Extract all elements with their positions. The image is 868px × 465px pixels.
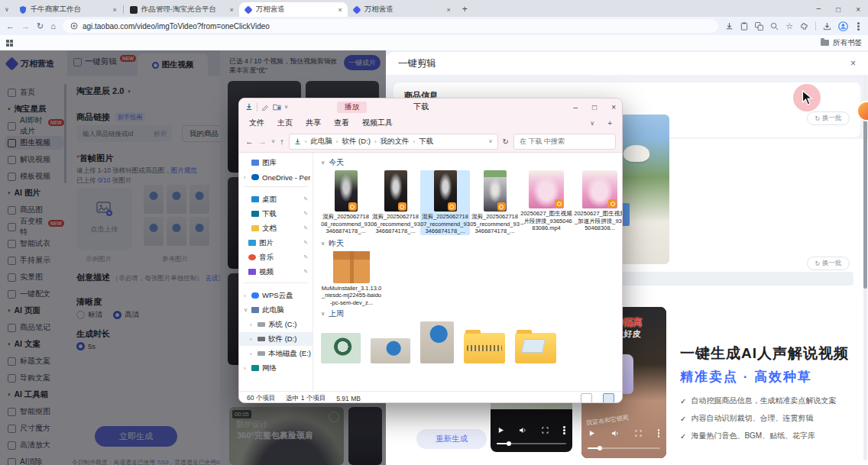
tab-close-icon[interactable]: ×	[113, 6, 117, 14]
regenerate-button[interactable]: 重新生成	[416, 429, 487, 449]
forward-icon[interactable]: →	[21, 21, 30, 31]
nav-drive-e[interactable]: ›本地磁盘 (E:)	[239, 347, 313, 360]
file-today-4[interactable]: 混剪_202506271805_recommend_933466874178_.…	[470, 170, 520, 235]
nav-onedrive[interactable]: ›OneDrive - Per	[239, 170, 313, 184]
profile-avatar[interactable]	[838, 21, 848, 31]
nav-pictures[interactable]: 图片✎	[239, 236, 313, 250]
file-image-hat[interactable]	[371, 338, 410, 363]
file-image-green[interactable]	[321, 333, 361, 363]
crumb-downloads[interactable]: 下载	[419, 137, 433, 147]
menu-video-tools[interactable]: 视频工具	[362, 118, 393, 128]
play-contextual-tab[interactable]: 播放	[337, 102, 367, 113]
ribbon-collapse-icon[interactable]: ∨	[590, 120, 594, 127]
play-icon[interactable]	[588, 430, 595, 437]
home-icon[interactable]: ⌂	[50, 21, 56, 31]
fullscreen-icon[interactable]	[635, 430, 642, 437]
progress-bar[interactable]	[497, 443, 566, 444]
collapse-chevron-icon[interactable]: ∨	[321, 241, 325, 247]
file-today-3-selected[interactable]: 混剪_202506271807_recommend_933466874178_.…	[420, 170, 470, 235]
address-dropdown-icon[interactable]: ∨	[488, 138, 492, 144]
menu-home[interactable]: 主页	[277, 118, 293, 128]
nav-desktop[interactable]: 桌面✎	[239, 192, 313, 206]
file-explorer-window[interactable]: ∨ 播放 下载 – □ × 文件 主页 共享 查看 视频工具 ∨ + ← → ∨…	[238, 98, 623, 403]
explorer-titlebar[interactable]: ∨ 播放 下载 – □ ×	[239, 98, 622, 115]
window-minimize-button[interactable]: –	[817, 4, 821, 12]
window-maximize-button[interactable]: □	[836, 5, 840, 14]
url-bar[interactable]: agi.taobao.com/video/imgToVideo?from=one…	[63, 19, 718, 33]
file-folder[interactable]	[515, 333, 556, 363]
back-icon[interactable]: ←	[6, 21, 15, 31]
explorer-close-button[interactable]: ×	[611, 103, 616, 111]
volume-icon[interactable]	[519, 427, 527, 434]
nav-drive-c[interactable]: ›系统 (C:)	[239, 318, 313, 331]
apps-grid-icon[interactable]	[6, 40, 13, 47]
crumb-drive-d[interactable]: 软件 (D:)	[342, 137, 370, 147]
menu-view[interactable]: 查看	[334, 118, 349, 128]
file-today-6[interactable]: 20250627_图生视频_加速片段拼接_93650468308...	[573, 170, 623, 232]
player-kebab-icon[interactable]	[658, 432, 660, 434]
extensions-icon[interactable]	[800, 22, 808, 31]
nav-wps-cloud[interactable]: ›WPS云盘	[239, 289, 313, 302]
nav-back-icon[interactable]: ←	[245, 137, 254, 146]
group-last-week[interactable]: ∨上周	[321, 308, 623, 319]
modal-close-icon[interactable]: ×	[850, 58, 856, 69]
reload-icon[interactable]: ↻	[37, 21, 44, 31]
nav-documents[interactable]: 文档✎	[239, 221, 313, 235]
file-image-hat-tall[interactable]	[420, 321, 454, 363]
crumb-my-files[interactable]: 我的文件	[381, 137, 410, 147]
browser-tab-4[interactable]: 万相营造 ×	[348, 2, 456, 17]
browser-tab-2[interactable]: 作品管理-淘宝光合平台 ×	[125, 2, 239, 17]
play-icon[interactable]	[497, 427, 504, 434]
fullscreen-icon[interactable]	[542, 427, 549, 434]
zoom-search-icon[interactable]	[770, 22, 779, 31]
ribbon-help-icon[interactable]: +	[607, 119, 612, 128]
nav-network[interactable]: ›网络	[239, 361, 313, 375]
group-yesterday[interactable]: ∨昨天	[321, 238, 623, 249]
new-folder-icon[interactable]	[273, 103, 281, 111]
nav-drive-d-selected[interactable]: ›软件 (D:)	[239, 332, 313, 346]
browser-tab-3-active[interactable]: 万相营造 ×	[239, 2, 348, 17]
downloads-tray-icon[interactable]	[823, 22, 831, 31]
url-text[interactable]: agi.taobao.com/video/imgToVideo?from=one…	[83, 22, 270, 31]
list-view-icon[interactable]	[581, 393, 592, 403]
nav-this-pc[interactable]: ∨此电脑	[239, 303, 313, 317]
browser-menu-kebab-icon[interactable]	[857, 25, 860, 27]
new-tab-button[interactable]: +	[462, 4, 468, 15]
collapse-chevron-icon[interactable]: ∨	[321, 160, 325, 166]
tab-close-icon[interactable]: ×	[338, 6, 342, 14]
site-info-icon[interactable]	[70, 22, 78, 30]
download-page-icon[interactable]	[725, 22, 734, 31]
clipboard-icon[interactable]	[740, 22, 748, 31]
tab-search-icon[interactable]: ∨	[5, 6, 9, 13]
nav-music[interactable]: 音乐✎	[239, 250, 313, 264]
nav-videos[interactable]: 视频✎	[239, 265, 313, 279]
thumbnail-view-icon[interactable]	[603, 393, 614, 403]
file-mumu-installer[interactable]: MuMuInstaller_3.1.13.0_niesdc-mj22455-ba…	[321, 251, 382, 307]
crumb-this-pc[interactable]: 此电脑	[310, 137, 332, 147]
all-bookmarks[interactable]: 所有书签	[821, 38, 862, 48]
toolbar-chevron-icon[interactable]: ∨	[284, 104, 288, 110]
explorer-search-input[interactable]	[518, 137, 611, 146]
nav-history-chevron-icon[interactable]: ∨	[271, 138, 275, 144]
breadcrumb[interactable]: ›此电脑 ›软件 (D:) ›我的文件 ›下载 ∨	[289, 134, 498, 150]
group-today[interactable]: ∨今天	[321, 157, 623, 168]
window-close-button[interactable]: ×	[856, 5, 860, 14]
explorer-maximize-button[interactable]: □	[592, 103, 597, 111]
nav-downloads[interactable]: 下载✎	[239, 207, 313, 221]
modal-scrollbar[interactable]	[863, 75, 867, 460]
collapse-chevron-icon[interactable]: ∨	[321, 311, 325, 317]
nav-up-icon[interactable]: ↑	[280, 137, 284, 146]
file-today-2[interactable]: 混剪_202506271806_recommend_933466874178_.…	[371, 170, 420, 235]
refresh-batch-button-2[interactable]: ↻换一批	[807, 257, 850, 270]
bookmark-star-icon[interactable]: ☆	[785, 21, 793, 31]
properties-icon[interactable]	[261, 103, 269, 111]
progress-bar[interactable]	[588, 447, 660, 449]
translate-icon[interactable]	[755, 22, 763, 31]
file-today-5[interactable]: 20250627_图生视频_片段拼接_936504683086.mp4	[520, 170, 573, 232]
refresh-icon[interactable]: ↻	[503, 137, 509, 146]
menu-file[interactable]: 文件	[249, 118, 264, 128]
browser-tab-1[interactable]: 千牛商家工作台 ×	[14, 2, 122, 17]
tab-close-icon[interactable]: ×	[230, 6, 234, 14]
file-zip-folder[interactable]	[464, 333, 505, 363]
nav-forward-icon[interactable]: →	[258, 137, 267, 146]
